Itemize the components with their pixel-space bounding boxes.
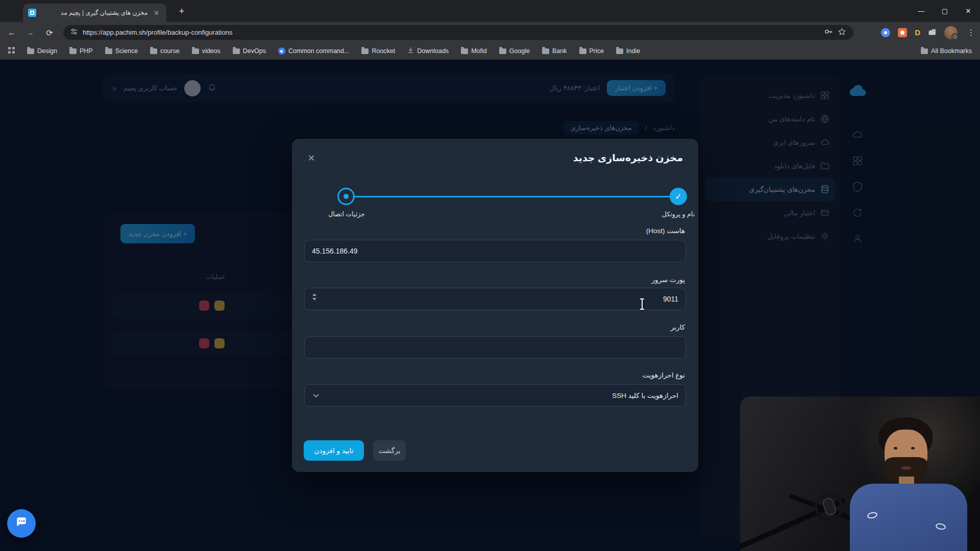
bookmark-item[interactable]: Roocket (361, 47, 395, 55)
tab-close-icon[interactable]: ✕ (152, 8, 161, 18)
forward-button[interactable]: → (23, 26, 37, 39)
host-input[interactable] (304, 240, 686, 262)
profile-avatar[interactable] (944, 26, 958, 39)
port-input[interactable] (304, 288, 686, 310)
stepper-up-icon[interactable] (312, 293, 316, 296)
browser-toolbar: ← → ⟳ https://app.pachim.sh/profile/back… (0, 22, 980, 43)
window-close-button[interactable]: ✕ (957, 0, 980, 22)
chevron-down-icon (313, 392, 319, 399)
chat-launcher-button[interactable] (7, 509, 36, 538)
bookmark-label: Google (509, 47, 530, 55)
user-input[interactable] (304, 336, 686, 359)
step-dot-icon (344, 194, 349, 199)
extension-icon-screenshot[interactable] (898, 28, 907, 37)
extensions-puzzle-icon[interactable] (928, 27, 937, 38)
folder-icon (150, 48, 157, 54)
bookmark-label: Roocket (372, 47, 395, 55)
mouse-cursor (639, 298, 645, 310)
presenter (850, 417, 967, 551)
port-label: پورت سرور (651, 276, 685, 284)
bookmark-item[interactable]: Science (105, 47, 138, 55)
all-bookmarks-button[interactable]: All Bookmarks (921, 47, 972, 55)
browser-tab[interactable]: مخزن های پشتیبان گیری | پچیم مد ✕ (23, 4, 166, 22)
password-key-icon[interactable] (824, 28, 832, 37)
folder-icon (233, 48, 240, 54)
modal-close-button[interactable]: ✕ (304, 151, 318, 165)
folder-icon (542, 48, 549, 54)
bookmark-label: DevOps (243, 47, 266, 55)
presenter-eye (894, 447, 897, 449)
folder-icon (105, 48, 112, 54)
browser-menu-icon[interactable]: ⋮ (965, 28, 977, 37)
bookmark-label: course (160, 47, 180, 55)
stepper-down-icon[interactable] (312, 298, 316, 300)
presenter-eye (911, 447, 915, 449)
reload-button[interactable]: ⟳ (43, 26, 56, 39)
modal-title: مخزن ذخیره‌سازی جدید (573, 152, 683, 164)
extension-icon-blue[interactable] (881, 28, 890, 37)
bookmark-label: Science (115, 47, 138, 55)
bookmark-item[interactable]: Common command... (278, 47, 349, 55)
stepper-line (346, 196, 678, 197)
bookmark-label: Indie (626, 47, 640, 55)
auth-type-value: احرازهویت با کلید SSH (612, 391, 678, 399)
bookmark-item[interactable]: DevOps (233, 47, 266, 55)
folder-icon (499, 48, 506, 54)
folder-icon (579, 48, 586, 54)
bookmark-label: Price (590, 47, 604, 55)
folder-icon (616, 48, 623, 54)
download-icon (407, 47, 414, 55)
new-repository-modal: ✕ مخزن ذخیره‌سازی جدید ✓ نام و پروتکل جز… (292, 139, 698, 472)
toolbar-right-cluster: D ⋮ (881, 25, 977, 40)
bookmark-label: Common command... (288, 47, 349, 55)
host-label: هاست (Host) (646, 227, 685, 235)
folder-icon (921, 48, 928, 54)
back-step-button[interactable]: برگشت (373, 440, 406, 461)
step-done-check-icon: ✓ (670, 188, 687, 205)
bookmark-label: Bank (552, 47, 567, 55)
bookmark-item[interactable]: course (150, 47, 180, 55)
folder-icon (69, 48, 77, 54)
step-current-indicator (337, 188, 355, 205)
window-controls: — ▢ ✕ (910, 0, 980, 22)
all-bookmarks-label: All Bookmarks (931, 47, 972, 55)
bookmark-item[interactable]: Bank (542, 47, 567, 55)
minimize-button[interactable]: — (910, 0, 933, 22)
port-stepper[interactable] (312, 293, 316, 300)
bookmark-label: videos (202, 47, 220, 55)
user-label: کاربر (671, 323, 685, 331)
folder-icon (461, 48, 468, 54)
auth-type-label: نوع احرازهویت (643, 371, 685, 379)
tune-icon[interactable] (70, 28, 78, 37)
url-text[interactable]: https://app.pachim.sh/profile/backup-con… (83, 29, 819, 36)
bookmark-item[interactable]: Downloads (407, 47, 449, 55)
bookmark-star-icon[interactable] (838, 28, 846, 38)
folder-icon (27, 48, 34, 54)
step-label-name-protocol: نام و پروتکل (629, 210, 728, 218)
page-viewport: + افزودن اعتبار اعتبار: ۳۸۸۳۳ ریال حساب … (0, 60, 980, 551)
submit-button[interactable]: تایید و افزودن (304, 440, 364, 461)
bookmark-item[interactable]: Design (27, 47, 57, 55)
webcam-overlay (740, 396, 980, 551)
back-button[interactable]: ← (5, 26, 18, 39)
bookmark-item[interactable]: videos (192, 47, 220, 55)
address-bar[interactable]: https://app.pachim.sh/profile/backup-con… (63, 25, 853, 40)
new-tab-button[interactable]: + (176, 5, 188, 17)
extension-icon-idm[interactable]: D (915, 28, 920, 37)
bookmarks-bar: Design PHP Science course videos DevOps … (0, 43, 980, 60)
tab-title: مخزن های پشتیبان گیری | پچیم مد (40, 9, 148, 16)
chat-bubble-icon (15, 516, 28, 531)
presenter-mouth (901, 466, 911, 470)
apps-grid-icon[interactable] (8, 47, 15, 55)
folder-icon (361, 48, 369, 54)
bookmark-item[interactable]: Price (579, 47, 604, 55)
maximize-button[interactable]: ▢ (933, 0, 957, 22)
bookmark-label: Mofid (471, 47, 487, 55)
site-favicon-icon (28, 9, 36, 17)
bookmark-item[interactable]: Google (499, 47, 530, 55)
bookmark-item[interactable]: PHP (69, 47, 93, 55)
auth-type-select[interactable]: احرازهویت با کلید SSH (304, 384, 686, 407)
bookmark-item[interactable]: Indie (616, 47, 640, 55)
bookmark-item[interactable]: Mofid (461, 47, 487, 55)
step-label-connection-details: جزئیات اتصال (297, 210, 396, 218)
